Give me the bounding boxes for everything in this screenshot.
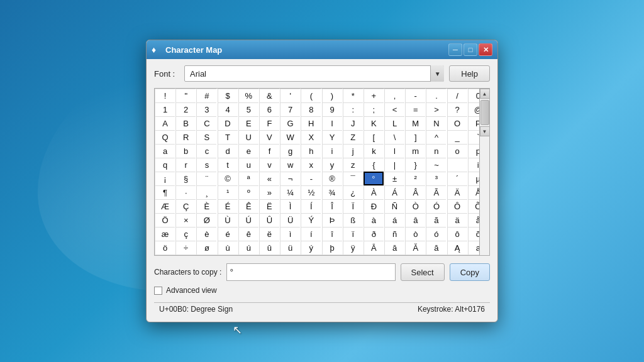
- char-cell[interactable]: ¼: [280, 185, 300, 199]
- help-button[interactable]: Help: [449, 65, 490, 82]
- char-cell[interactable]: ?: [447, 102, 467, 116]
- char-cell[interactable]: 7: [280, 102, 300, 116]
- char-cell[interactable]: U: [238, 130, 258, 144]
- char-cell[interactable]: ¿: [343, 185, 363, 199]
- char-cell[interactable]: ¸: [196, 185, 216, 199]
- char-cell[interactable]: J: [343, 116, 363, 130]
- char-cell[interactable]: $: [218, 89, 238, 102]
- char-cell[interactable]: \: [384, 130, 404, 144]
- char-cell[interactable]: «: [259, 172, 279, 185]
- char-cell[interactable]: G: [280, 116, 300, 130]
- char-cell[interactable]: ½: [301, 185, 321, 199]
- char-cell[interactable]: }: [405, 158, 425, 172]
- char-cell[interactable]: Þ: [322, 213, 342, 227]
- char-cell[interactable]: Ï: [343, 199, 363, 213]
- char-cell[interactable]: ¹: [218, 185, 238, 199]
- char-cell[interactable]: è: [196, 227, 216, 241]
- char-cell[interactable]: 4: [218, 102, 238, 116]
- char-cell[interactable]: î: [322, 227, 342, 241]
- char-cell[interactable]: ª: [238, 172, 258, 185]
- char-cell[interactable]: f: [259, 144, 279, 158]
- char-cell[interactable]: Q: [155, 130, 175, 144]
- char-cell[interactable]: T: [218, 130, 238, 144]
- char-cell[interactable]: s: [196, 158, 216, 172]
- char-cell[interactable]: v: [259, 158, 279, 172]
- char-cell[interactable]: y: [322, 158, 342, 172]
- char-cell[interactable]: §: [175, 172, 196, 185]
- char-cell[interactable]: Ā: [364, 241, 384, 255]
- char-cell[interactable]: :: [343, 102, 363, 116]
- char-cell[interactable]: À: [364, 185, 384, 199]
- char-cell[interactable]: ¨: [196, 172, 216, 185]
- char-cell[interactable]: %: [238, 89, 258, 102]
- char-cell[interactable]: ā: [384, 241, 404, 255]
- char-cell[interactable]: i: [322, 144, 342, 158]
- char-cell[interactable]: ð: [364, 227, 384, 241]
- char-cell[interactable]: H: [301, 116, 321, 130]
- char-cell[interactable]: 5: [238, 102, 258, 116]
- char-cell[interactable]: Ø: [196, 213, 216, 227]
- char-cell[interactable]: ì: [280, 227, 300, 241]
- char-cell[interactable]: Á: [384, 185, 404, 199]
- char-cell[interactable]: ´: [447, 172, 467, 185]
- char-cell[interactable]: S: [196, 130, 216, 144]
- char-cell[interactable]: e: [238, 144, 258, 158]
- char-cell[interactable]: ý: [301, 241, 321, 255]
- char-cell[interactable]: ü: [280, 241, 300, 255]
- char-cell[interactable]: ø: [196, 241, 216, 255]
- char-cell[interactable]: È: [196, 199, 216, 213]
- char-cell[interactable]: 2: [175, 102, 196, 116]
- char-cell[interactable]: q: [155, 158, 175, 172]
- char-cell[interactable]: ": [175, 89, 196, 102]
- char-cell[interactable]: o: [447, 144, 467, 158]
- char-cell[interactable]: D: [218, 116, 238, 130]
- char-cell[interactable]: ~: [426, 158, 446, 172]
- copy-button[interactable]: Copy: [450, 263, 490, 281]
- char-cell[interactable]: ;: [364, 102, 384, 116]
- char-cell[interactable]: N: [426, 116, 446, 130]
- char-cell[interactable]: j: [343, 144, 363, 158]
- char-cell[interactable]: r: [175, 158, 196, 172]
- char-cell[interactable]: g: [280, 144, 300, 158]
- char-cell[interactable]: ö: [155, 241, 175, 255]
- char-cell[interactable]: ú: [238, 241, 258, 255]
- char-cell[interactable]: Ã: [426, 185, 446, 199]
- char-cell[interactable]: û: [259, 241, 279, 255]
- char-cell[interactable]: ': [280, 89, 300, 102]
- char-cell[interactable]: Ä: [447, 185, 467, 199]
- char-cell[interactable]: Ç: [175, 199, 196, 213]
- char-cell[interactable]: 1: [155, 102, 175, 116]
- char-cell[interactable]: Ô: [447, 199, 467, 213]
- char-cell[interactable]: ¬: [280, 172, 300, 185]
- char-cell[interactable]: ±: [384, 172, 404, 185]
- char-cell[interactable]: Ê: [238, 199, 258, 213]
- char-cell[interactable]: ²: [405, 172, 425, 185]
- char-cell[interactable]: Æ: [155, 199, 175, 213]
- char-cell[interactable]: z: [343, 158, 363, 172]
- char-cell[interactable]: &: [259, 89, 279, 102]
- scroll-up-arrow[interactable]: ▲: [480, 89, 490, 99]
- char-cell[interactable]: ù: [218, 241, 238, 255]
- char-cell[interactable]: |: [384, 158, 404, 172]
- char-cell[interactable]: n: [426, 144, 446, 158]
- char-cell[interactable]: Y: [322, 130, 342, 144]
- font-dropdown[interactable]: Arial Times New Roman Courier New: [184, 65, 444, 82]
- char-cell[interactable]: Â: [405, 185, 425, 199]
- char-cell[interactable]: ÿ: [343, 241, 363, 255]
- char-cell[interactable]: Û: [259, 213, 279, 227]
- char-cell[interactable]: L: [384, 116, 404, 130]
- char-cell[interactable]: ä: [447, 213, 467, 227]
- char-cell[interactable]: C: [196, 116, 216, 130]
- char-cell[interactable]: í: [301, 227, 321, 241]
- scroll-down-arrow[interactable]: ▼: [480, 126, 490, 136]
- char-cell[interactable]: >: [426, 102, 446, 116]
- char-cell[interactable]: ¶: [155, 185, 175, 199]
- char-cell[interactable]: Ą: [447, 241, 467, 255]
- char-cell[interactable]: V: [259, 130, 279, 144]
- char-cell[interactable]: æ: [155, 227, 175, 241]
- char-cell[interactable]: b: [175, 144, 196, 158]
- char-cell[interactable]: ê: [238, 227, 258, 241]
- char-cell[interactable]: ã: [426, 213, 446, 227]
- char-cell[interactable]: a: [155, 144, 175, 158]
- char-cell[interactable]: W: [280, 130, 300, 144]
